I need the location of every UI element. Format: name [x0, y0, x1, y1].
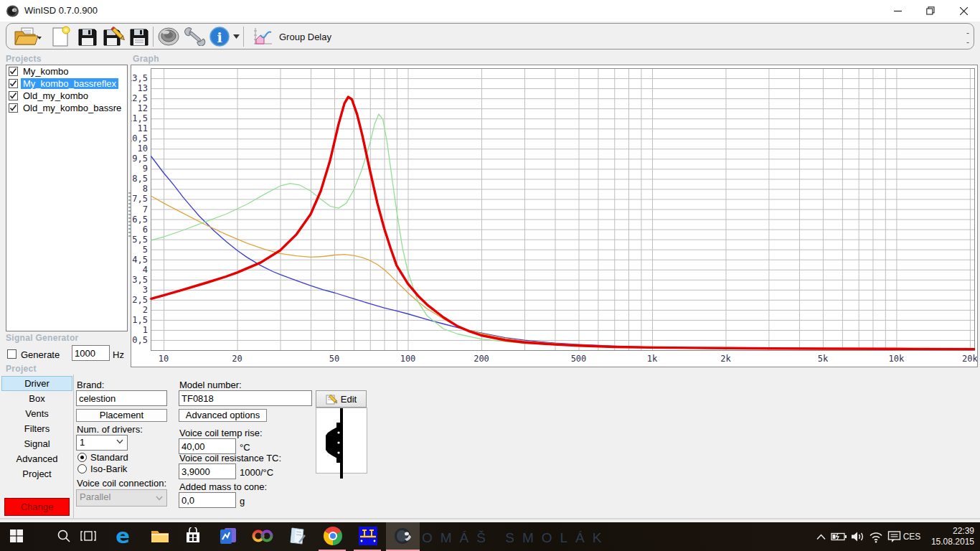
project-list-item[interactable]: Old_my_kombo	[6, 90, 127, 102]
num-drivers-select[interactable]: 1	[76, 435, 128, 451]
winisd-taskbar-button[interactable]	[386, 522, 420, 550]
open-project-button[interactable]	[11, 25, 45, 48]
tray-expand-button[interactable]	[813, 522, 829, 551]
svg-text:10: 10	[159, 354, 169, 364]
winisd-speaker-icon	[393, 526, 413, 546]
project-list-item[interactable]: My_kombo	[6, 65, 127, 77]
vc-connection-label: Voice coil connection:	[77, 478, 166, 489]
graph-panel: 0,511,522,533,544,555,566,577,588,599,51…	[131, 65, 978, 367]
edit-button[interactable]: Edit	[316, 390, 367, 408]
close-button[interactable]	[947, 0, 980, 22]
toolbar-grip-dash: -	[966, 39, 969, 46]
photos-app-button[interactable]	[216, 522, 240, 550]
tab-box[interactable]: Box	[1, 391, 72, 406]
svg-text:11: 11	[138, 123, 148, 133]
placement-button[interactable]: Placement	[76, 409, 167, 422]
tab-filters[interactable]: Filters	[1, 421, 72, 436]
save-as-button[interactable]	[101, 25, 127, 48]
volume-status[interactable]	[849, 522, 867, 551]
infinity-app-button[interactable]	[250, 522, 275, 550]
restore-icon	[926, 6, 935, 15]
model-number-input[interactable]	[179, 390, 312, 406]
wifi-status[interactable]	[867, 522, 885, 551]
added-mass-label: Added mass to cone:	[179, 481, 267, 492]
blue-grid-app-button[interactable]	[356, 522, 380, 550]
project-list-item[interactable]: Old_my_kombo_bassre	[6, 102, 127, 114]
group-delay-chart-icon	[252, 27, 273, 47]
generate-checkbox[interactable]	[7, 349, 17, 359]
info-icon: i	[209, 26, 230, 47]
svg-text:12: 12	[138, 103, 148, 113]
battery-status[interactable]	[829, 522, 848, 551]
group-delay-label: Group Delay	[279, 32, 331, 42]
svg-text:9,5: 9,5	[132, 154, 148, 164]
project-checkbox[interactable]	[9, 103, 18, 113]
language-indicator[interactable]: CES	[901, 522, 923, 551]
vc-resistance-input[interactable]	[179, 463, 236, 479]
minimize-button[interactable]	[881, 0, 914, 22]
start-button[interactable]	[4, 522, 29, 550]
added-mass-unit-label: g	[240, 496, 245, 507]
info-button[interactable]: i	[207, 25, 240, 48]
svg-text:100: 100	[400, 354, 416, 364]
tab-advanced[interactable]: Advanced	[1, 451, 72, 466]
project-checkbox[interactable]	[9, 67, 18, 76]
graph-section-label: Graph	[133, 54, 159, 64]
svg-text:1k: 1k	[647, 354, 658, 364]
group-delay-button[interactable]: Group Delay	[248, 25, 336, 48]
model-number-label: Model number:	[179, 380, 242, 390]
curve-series-red-selected	[151, 97, 974, 349]
options-button[interactable]	[183, 25, 207, 48]
svg-text:10k: 10k	[889, 354, 905, 364]
svg-text:5k: 5k	[818, 354, 829, 364]
projects-list[interactable]: My_komboMy_kombo_bassreflexOld_my_komboO…	[6, 65, 128, 331]
task-view-button[interactable]	[76, 522, 100, 550]
standard-radio[interactable]	[77, 453, 87, 462]
tab-signal[interactable]: Signal	[1, 436, 72, 451]
notepad-app-button[interactable]	[286, 522, 310, 550]
toolbar: i Group Delay - -	[6, 23, 974, 50]
brand-input[interactable]	[76, 390, 167, 406]
edge-browser-button[interactable]: e	[110, 522, 135, 550]
project-checkbox[interactable]	[9, 79, 18, 88]
store-button[interactable]	[181, 522, 205, 550]
vc-resistance-unit-label: 1000/°C	[240, 467, 273, 478]
svg-text:10,5: 10,5	[131, 133, 148, 143]
advanced-options-button[interactable]: Advanced options	[179, 409, 267, 422]
search-button[interactable]	[52, 522, 76, 550]
project-checkbox[interactable]	[9, 91, 18, 100]
vc-temp-unit-label: °C	[240, 442, 250, 453]
change-button[interactable]: Change	[4, 498, 70, 516]
save-all-button[interactable]	[127, 25, 151, 48]
save-button[interactable]	[75, 25, 100, 48]
svg-text:20: 20	[232, 354, 242, 364]
svg-text:3: 3	[143, 285, 148, 295]
tab-vents[interactable]: Vents	[1, 406, 72, 421]
chrome-button[interactable]	[321, 522, 345, 550]
vc-temp-input[interactable]	[179, 438, 236, 454]
restore-button[interactable]	[914, 0, 947, 22]
new-project-button[interactable]	[50, 25, 72, 48]
driver-database-button[interactable]	[156, 25, 182, 48]
signal-generator-section-label: Signal Generator	[6, 333, 79, 343]
added-mass-input[interactable]	[179, 492, 236, 508]
svg-text:200: 200	[473, 354, 489, 364]
dropdown-arrow-icon	[233, 34, 240, 39]
project-list-item[interactable]: My_kombo_bassreflex	[6, 77, 127, 90]
svg-text:2: 2	[143, 305, 148, 315]
project-name-label: My_kombo_bassreflex	[21, 78, 118, 89]
svg-text:5,5: 5,5	[132, 235, 148, 245]
clock[interactable]: 22:39 15.08.2015	[931, 526, 974, 547]
toolbar-separator	[243, 27, 244, 47]
folder-icon	[151, 528, 169, 544]
tab-project[interactable]: Project	[1, 466, 72, 481]
tab-driver[interactable]: Driver	[1, 376, 72, 391]
close-icon	[960, 7, 968, 15]
check-icon	[9, 80, 17, 88]
isobarik-radio[interactable]	[77, 464, 87, 474]
titlebar: WinISD 0.7.0.900	[0, 0, 980, 22]
frequency-input[interactable]	[72, 345, 110, 361]
svg-text:7,5: 7,5	[132, 194, 148, 204]
file-explorer-button[interactable]	[148, 522, 172, 550]
vc-connection-select[interactable]: Parallel	[76, 489, 167, 507]
